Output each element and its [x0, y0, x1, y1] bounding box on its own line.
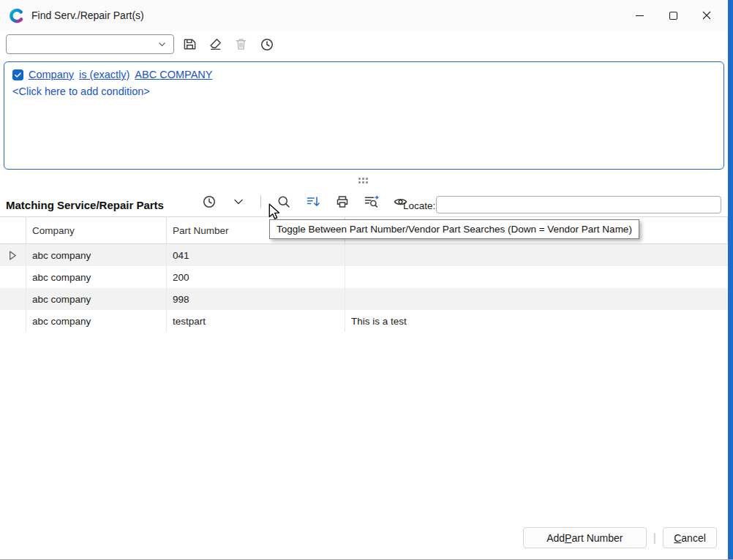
- table-row[interactable]: abc company 998: [0, 288, 728, 310]
- printer-icon: [335, 194, 350, 209]
- close-button[interactable]: [690, 0, 723, 31]
- header-selector-column: [0, 217, 26, 243]
- maximize-icon: [669, 11, 678, 20]
- results-section-title: Matching Service/Repair Parts: [6, 199, 164, 211]
- clear-search-button[interactable]: [206, 34, 225, 54]
- cell-part-number: 200: [167, 266, 345, 288]
- search-conditions-panel: Company is (exactly) ABC COMPANY <Click …: [4, 61, 724, 170]
- cell-description: [345, 288, 728, 310]
- window-controls: [623, 0, 723, 31]
- search-options-button[interactable]: [361, 192, 381, 211]
- cell-part-number: testpart: [167, 310, 345, 332]
- cancel-button-label: C: [674, 532, 681, 544]
- row-expander-icon: [9, 251, 17, 260]
- save-search-button[interactable]: [180, 34, 200, 54]
- chevron-down-icon: [233, 196, 244, 208]
- condition-row: Company is (exactly) ABC COMPANY: [12, 69, 715, 80]
- cell-company: abc company: [26, 310, 167, 332]
- table-row[interactable]: abc company testpart This is a test: [0, 310, 728, 332]
- splitter-grip[interactable]: [358, 178, 369, 185]
- sort-numeric-icon: [306, 194, 320, 209]
- search-history-button[interactable]: [257, 34, 277, 54]
- table-row[interactable]: abc company 200: [0, 266, 728, 288]
- header-company[interactable]: Company: [26, 217, 167, 243]
- clock-icon: [260, 37, 274, 52]
- row-selector-cell: [0, 288, 26, 310]
- locate-label: Locate:: [403, 200, 435, 211]
- add-part-number-button[interactable]: Add Part Number: [523, 527, 647, 548]
- search-magnifier-icon: [277, 194, 291, 209]
- find-parts-dialog: Find Serv./Repair Part(s): [0, 0, 733, 560]
- eraser-icon: [208, 37, 222, 51]
- toolbar-divider: [260, 195, 261, 208]
- background-window-strip: [728, 0, 733, 560]
- cell-part-number: 998: [167, 288, 345, 310]
- row-selector-cell: [0, 244, 26, 266]
- minimize-icon: [635, 11, 644, 20]
- delete-search-button[interactable]: [231, 34, 251, 54]
- search-toggle-icon: [364, 194, 379, 209]
- condition-checkbox[interactable]: [12, 69, 23, 80]
- button-divider: |: [653, 531, 656, 545]
- saved-search-combobox[interactable]: [6, 34, 174, 54]
- add-button-label: Add: [546, 532, 565, 544]
- app-logo-icon: [9, 8, 24, 23]
- close-icon: [702, 10, 712, 20]
- minimize-button[interactable]: [623, 0, 656, 31]
- row-selector-cell: [0, 310, 26, 332]
- print-button[interactable]: [332, 192, 352, 211]
- cell-company: abc company: [26, 288, 167, 310]
- titlebar: Find Serv./Repair Part(s): [0, 0, 728, 31]
- tooltip: Toggle Between Part Number/Vendor Part S…: [269, 219, 639, 239]
- maximize-button[interactable]: [656, 0, 690, 31]
- search-toolbar: [6, 34, 277, 54]
- sort-button[interactable]: [303, 192, 323, 211]
- condition-field-link[interactable]: Company: [29, 69, 74, 80]
- clock-icon: [202, 194, 217, 209]
- search-mode-toggle-button[interactable]: [274, 192, 293, 211]
- locate-input[interactable]: [436, 196, 721, 213]
- add-condition-link[interactable]: <Click here to add condition>: [12, 86, 715, 97]
- cell-description: [345, 244, 728, 266]
- chevron-down-icon: [157, 39, 167, 49]
- cell-part-number: 041: [167, 244, 345, 266]
- cancel-button[interactable]: Cancel: [663, 527, 717, 548]
- cell-company: abc company: [26, 266, 167, 288]
- cell-description: This is a test: [345, 310, 728, 332]
- trash-icon: [234, 37, 248, 51]
- footer: Add Part Number | Cancel: [523, 527, 717, 548]
- check-icon: [14, 71, 22, 79]
- row-selector-cell: [0, 266, 26, 288]
- table-row[interactable]: abc company 041: [0, 244, 728, 266]
- condition-operator-link[interactable]: is (exactly): [79, 69, 129, 80]
- cell-description: [345, 266, 728, 288]
- results-toolbar: [199, 192, 410, 211]
- condition-value-link[interactable]: ABC COMPANY: [135, 69, 212, 80]
- save-icon: [183, 37, 197, 51]
- cell-company: abc company: [26, 244, 167, 266]
- results-history-button[interactable]: [199, 192, 219, 211]
- results-history-dropdown-button[interactable]: [228, 192, 248, 211]
- window-title: Find Serv./Repair Part(s): [31, 10, 144, 21]
